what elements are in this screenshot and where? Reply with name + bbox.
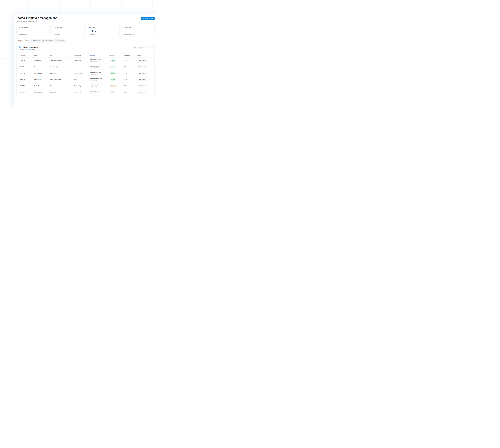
employee-role: Housekeeping Supervisor [50, 66, 74, 68]
employee-attendance: 95% [124, 60, 137, 61]
employee-email: john.s@hotel.com [90, 59, 110, 61]
employee-role: Maintenance Lead [50, 85, 74, 87]
search-box [130, 46, 152, 49]
view-profile-button[interactable]: View Profile [137, 59, 146, 62]
view-profile-button[interactable]: View Profile [137, 72, 146, 75]
search-input[interactable] [134, 47, 151, 48]
employee-department: Front Office [74, 91, 90, 93]
employee-contact: john.s@hotel.com +1 555-0101 [90, 59, 110, 63]
stats-row: Total Employees 6 Active workforce On Du… [16, 25, 155, 36]
employee-attendance: 92% [124, 73, 137, 74]
view-profile-button[interactable]: View Profile [137, 65, 146, 68]
stat-value: 6 [19, 30, 47, 32]
stat-card-total-employees: Total Employees 6 Active workforce [16, 25, 49, 36]
employee-attendance: 98% [124, 66, 137, 68]
stat-caption: Working now [54, 33, 82, 35]
table-row: EMP-001 John Smith Front Desk Manager Fr… [16, 58, 155, 64]
table-row: EMP-004 Emma Davis Restaurant Manager F&… [16, 76, 155, 83]
employee-contact: emma.d@hotel.com +1 555-0104 [90, 78, 110, 81]
employee-id: EMP-006 [20, 91, 34, 93]
employee-department: Housekeeping [74, 66, 90, 68]
employee-name: Sarah Lee [34, 66, 50, 68]
column-header: Actions [137, 55, 152, 56]
employee-attendance: 97% [124, 79, 137, 80]
view-profile-button[interactable]: View Profile [137, 91, 146, 94]
page-subtitle: Employee records and management [16, 20, 155, 22]
employee-attendance: 89% [124, 85, 137, 87]
employee-contact: lisa.a@hotel.com +1 555-0106 [90, 90, 110, 94]
employee-profiles-header: Employee Profiles Complete employee dire… [16, 44, 155, 53]
stat-caption: This month [89, 33, 117, 35]
stat-value: 5 [54, 30, 82, 32]
employee-id: EMP-002 [20, 66, 34, 68]
employee-department: Guest Services [74, 73, 90, 74]
view-profile-button[interactable]: View Profile [137, 84, 146, 87]
page-title: Staff & Employee Management [16, 16, 155, 20]
employee-contact: david.c@hotel.com +1 555-0105 [90, 84, 110, 88]
employee-id: EMP-003 [20, 73, 34, 74]
employee-profiles-card: Employee Profiles Complete employee dire… [16, 44, 155, 97]
column-header: Employee ID [20, 55, 34, 56]
employee-name: John Smith [34, 60, 50, 61]
employee-phone: +1 555-0105 [90, 86, 110, 88]
employee-name: David Chen [34, 85, 50, 87]
column-header: Role [50, 55, 74, 56]
employee-name: Emma Davis [34, 79, 50, 80]
employee-contact: sarah.l@hotel.com +1 555-0102 [90, 65, 110, 69]
tab-bar: Employee Directory Attendance Task Assig… [16, 39, 66, 43]
employee-attendance: 94% [124, 91, 137, 93]
employee-role: Concierge [50, 73, 74, 74]
search-icon [132, 47, 133, 48]
table-header-row: Employee ID Name Role Department Contact… [16, 54, 155, 58]
employee-contact: mike.j@hotel.com +1 555-0103 [90, 71, 110, 75]
employee-name: Mike Johnson [34, 73, 50, 74]
employee-email: david.c@hotel.com [90, 84, 110, 86]
tab-task-assignments[interactable]: Task Assignments [42, 39, 55, 42]
view-profile-button[interactable]: View Profile [137, 78, 146, 81]
stat-label: Avg. Attendance [89, 27, 117, 28]
stat-label: On Duty Today [54, 27, 82, 28]
employee-department: F&B [74, 79, 90, 80]
employee-id: EMP-001 [20, 60, 34, 61]
stat-label: Departments [124, 27, 152, 28]
panel-header: Staff & Employee Management Employee rec… [14, 14, 157, 22]
user-plus-icon [142, 18, 144, 19]
status-badge: Active [110, 66, 116, 68]
stat-value: 5 [124, 30, 152, 32]
column-header: Status [110, 55, 124, 56]
employee-department: Front Office [74, 60, 90, 61]
column-header: Name [34, 55, 50, 56]
column-header: Department [74, 55, 90, 56]
section-title: Employee Profiles [22, 46, 38, 48]
stat-card-avg-attendance: Avg. Attendance 94.8% This month [87, 25, 120, 36]
table-row: EMP-002 Sarah Lee Housekeeping Superviso… [16, 64, 155, 70]
employee-name: Lisa Anderson [34, 91, 50, 93]
employee-phone: +1 555-0101 [90, 61, 110, 63]
stat-card-departments: Departments 5 Active departments [122, 25, 155, 36]
add-employee-button[interactable]: Add Employee [141, 17, 155, 20]
tab-performance[interactable]: Performance [55, 39, 66, 42]
add-employee-label: Add Employee [145, 18, 153, 19]
employee-role: Receptionist [50, 91, 74, 93]
employee-email: sarah.l@hotel.com [90, 65, 110, 67]
employee-department: Engineering [74, 85, 90, 87]
stat-caption: Active workforce [19, 33, 47, 35]
staff-management-panel: Staff & Employee Management Employee rec… [14, 14, 157, 107]
employee-email: emma.d@hotel.com [90, 78, 110, 80]
employee-role: Front Desk Manager [50, 60, 74, 61]
column-header: Attendance [124, 55, 137, 56]
table-row: EMP-006 Lisa Anderson Receptionist Front… [16, 89, 155, 95]
employee-id: EMP-005 [20, 85, 34, 87]
stat-caption: Active departments [124, 33, 152, 35]
tab-attendance[interactable]: Attendance [32, 39, 41, 42]
employee-email: mike.j@hotel.com [90, 71, 110, 73]
employee-phone: +1 555-0106 [90, 92, 110, 94]
employee-phone: +1 555-0103 [90, 73, 110, 75]
employee-phone: +1 555-0102 [90, 67, 110, 69]
status-badge: Active [110, 72, 116, 74]
employee-id: EMP-004 [20, 79, 34, 80]
tab-employee-directory[interactable]: Employee Directory [17, 39, 31, 42]
employee-phone: +1 555-0104 [90, 80, 110, 81]
status-badge: Active [110, 78, 116, 80]
employee-role: Restaurant Manager [50, 79, 74, 80]
